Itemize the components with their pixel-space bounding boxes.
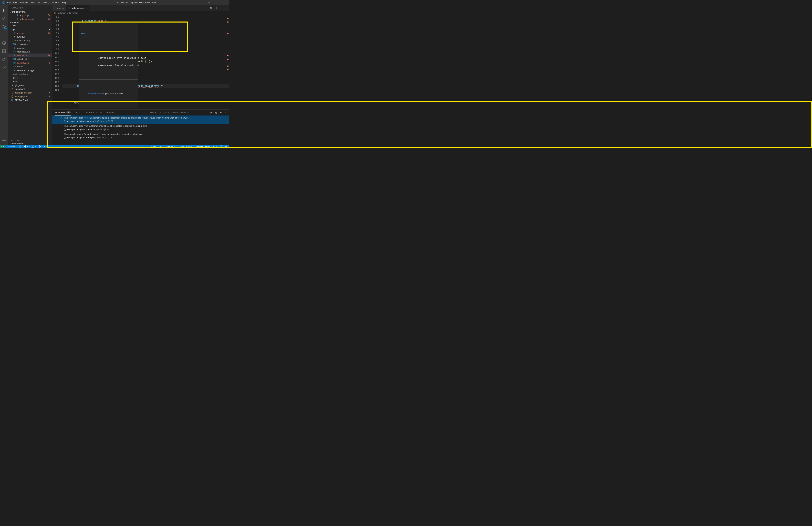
- panel-chevron-up-icon[interactable]: [220, 112, 222, 114]
- folder-tests[interactable]: ›tests: [8, 79, 52, 83]
- compare-changes-icon[interactable]: [209, 7, 212, 10]
- debug-icon[interactable]: [0, 31, 8, 39]
- sidebar-title: EXPLORER: [8, 5, 52, 11]
- menu-selection[interactable]: Selection: [18, 1, 29, 4]
- code-area[interactable]: className="toggle" type="checkbox" leEdi…: [62, 15, 229, 109]
- svg-rect-15: [216, 7, 217, 9]
- file-package-json[interactable]: {}package.jsonM: [8, 94, 52, 98]
- file-todoitem[interactable]: ⚛todoItem.tsx9+: [8, 54, 52, 57]
- folder-node-modules[interactable]: ›node_modules: [8, 72, 52, 76]
- npm-scripts-header[interactable]: ›NPM SCRIPTS: [8, 142, 52, 145]
- cursor-position[interactable]: Ln 98, Col 12: [150, 145, 165, 148]
- extensions-icon[interactable]: [0, 47, 8, 55]
- open-editors-header[interactable]: ⌄OPEN EDITORS: [8, 11, 52, 13]
- menu-edit[interactable]: Edit: [12, 1, 18, 4]
- tab-close-icon[interactable]: ✕: [86, 7, 88, 9]
- minimize-button[interactable]: [205, 0, 213, 5]
- close-icon[interactable]: ✕: [13, 18, 16, 20]
- file-constants[interactable]: TSconstants.ts: [8, 42, 52, 46]
- typescript-version[interactable]: 3.7.3: [211, 145, 218, 148]
- overview-ruler[interactable]: [226, 15, 229, 109]
- maximize-button[interactable]: [213, 0, 221, 5]
- eol[interactable]: CRLF: [185, 145, 193, 148]
- problem-row[interactable]: ⚠ The compiler option "forceConsistentCa…: [52, 116, 229, 123]
- editor-layout-icon[interactable]: [220, 7, 222, 10]
- file-bundle-js[interactable]: JSbundle.js: [8, 35, 52, 39]
- file-readme[interactable]: ⓘREADME.md: [8, 98, 52, 102]
- split-editor-icon[interactable]: [215, 7, 217, 10]
- check-icon[interactable]: [0, 63, 8, 72]
- folder-scss[interactable]: ›scss: [8, 76, 52, 79]
- outline-header[interactable]: ›OUTLINE: [8, 139, 52, 142]
- panel-tab-problems[interactable]: PROBLEMS51: [55, 109, 71, 116]
- clock-status[interactable]: 17 mins: [37, 145, 50, 148]
- file-gitignore[interactable]: ◆.gitignore: [8, 83, 52, 87]
- file-todomodel[interactable]: TStodoModel.ts: [8, 57, 52, 61]
- svg-point-18: [7, 146, 8, 146]
- indentation[interactable]: Spaces: 2: [165, 145, 176, 148]
- file-app-tsx[interactable]: ⚛app.tsx9+: [8, 31, 52, 35]
- edge-icon[interactable]: [0, 55, 8, 63]
- file-package-lock[interactable]: {}package-lock.jsonM: [8, 91, 52, 94]
- file-bundle-map[interactable]: JSbundle.js.map: [8, 39, 52, 42]
- more-actions-icon[interactable]: ···: [225, 7, 227, 9]
- encoding[interactable]: UTF-8: [177, 145, 185, 148]
- menu-help[interactable]: Help: [61, 1, 68, 4]
- html-icon: <>: [11, 88, 14, 90]
- react-icon: ⚛: [13, 54, 16, 57]
- file-footer[interactable]: ⚛footer.tsx: [8, 46, 52, 50]
- file-interfaces[interactable]: TSinterfaces.d.ts: [8, 50, 52, 54]
- ts-icon: TS: [13, 50, 16, 53]
- problems-filter-input[interactable]: [149, 112, 207, 114]
- errors-warnings[interactable]: 48 3: [23, 145, 37, 148]
- problem-row[interactable]: ⚠ The compiler option "importHelpers" sh…: [52, 132, 229, 140]
- language-mode[interactable]: TypeScript React: [193, 145, 211, 148]
- git-branch[interactable]: master*: [5, 145, 18, 148]
- tab-todoitem[interactable]: ⚛todoItem.tsx✕: [66, 5, 89, 11]
- settings-gear-icon[interactable]: [0, 136, 8, 145]
- svg-point-23: [220, 146, 222, 147]
- scm-badge: 3: [4, 28, 7, 29]
- sync-icon[interactable]: [18, 145, 23, 148]
- search-icon[interactable]: [0, 15, 8, 23]
- file-tsconfig[interactable]: TStsconfig.json5: [8, 61, 52, 65]
- panel-tab-debug-console[interactable]: DEBUG CONSOLE: [86, 109, 102, 116]
- panel-tab-terminal[interactable]: TERMINAL: [106, 109, 116, 116]
- open-editor-app[interactable]: ⚛ app.tsx js 9+: [8, 13, 52, 17]
- close-button[interactable]: [221, 0, 229, 5]
- open-editor-todoitem[interactable]: ✕ ⚛ todoItem.tsx js 9+: [8, 17, 52, 21]
- panel-tab-output[interactable]: OUTPUT: [75, 109, 82, 116]
- remote-indicator[interactable]: [0, 145, 5, 148]
- menu-view[interactable]: View: [29, 1, 36, 4]
- breadcrumb[interactable]: ⬡TodoItem › ◉render: [52, 11, 229, 15]
- menu-go[interactable]: Go: [36, 1, 42, 4]
- notifications-icon[interactable]: [223, 145, 229, 148]
- problems-list[interactable]: ⚠ The compiler option "forceConsistentCa…: [52, 116, 229, 145]
- file-index-html[interactable]: <>index.html: [8, 87, 52, 91]
- file-utils[interactable]: TSutils.ts: [8, 65, 52, 69]
- source-control-icon[interactable]: 3: [0, 23, 8, 31]
- problem-row[interactable]: ⚠ The compiler option "removeComments" s…: [52, 123, 229, 132]
- collapse-all-icon[interactable]: [215, 111, 217, 114]
- menu-debug[interactable]: Debug: [42, 1, 50, 4]
- menu-file[interactable]: File: [6, 1, 12, 4]
- file-webpack[interactable]: ◈webpack.config.js: [8, 69, 52, 72]
- peek-problem-link[interactable]: Peek Problem: [87, 92, 100, 95]
- folder-css[interactable]: ›css: [8, 24, 52, 27]
- svg-point-20: [8, 146, 9, 146]
- json-icon: {}: [11, 95, 14, 98]
- filter-icon[interactable]: [209, 111, 212, 114]
- hover-message: Buttons must have discernible text (axe/…: [79, 51, 138, 72]
- workspace-header[interactable]: ⌄BUGTEST: [8, 21, 52, 24]
- editor[interactable]: 9192939495969798991001011021031041051061…: [52, 15, 229, 109]
- explorer-icon[interactable]: [0, 6, 8, 15]
- remote-explorer-icon[interactable]: [0, 39, 8, 47]
- folder-js[interactable]: ⌄js●: [8, 27, 52, 31]
- panel-close-icon[interactable]: ✕: [224, 112, 226, 114]
- svg-rect-9: [2, 49, 4, 51]
- ts-icon: TS: [13, 58, 16, 60]
- tab-app[interactable]: ⚛app.tsx: [52, 5, 66, 11]
- menu-terminal[interactable]: Terminal: [50, 1, 61, 4]
- feedback-icon[interactable]: [218, 145, 223, 148]
- svg-point-19: [7, 147, 8, 147]
